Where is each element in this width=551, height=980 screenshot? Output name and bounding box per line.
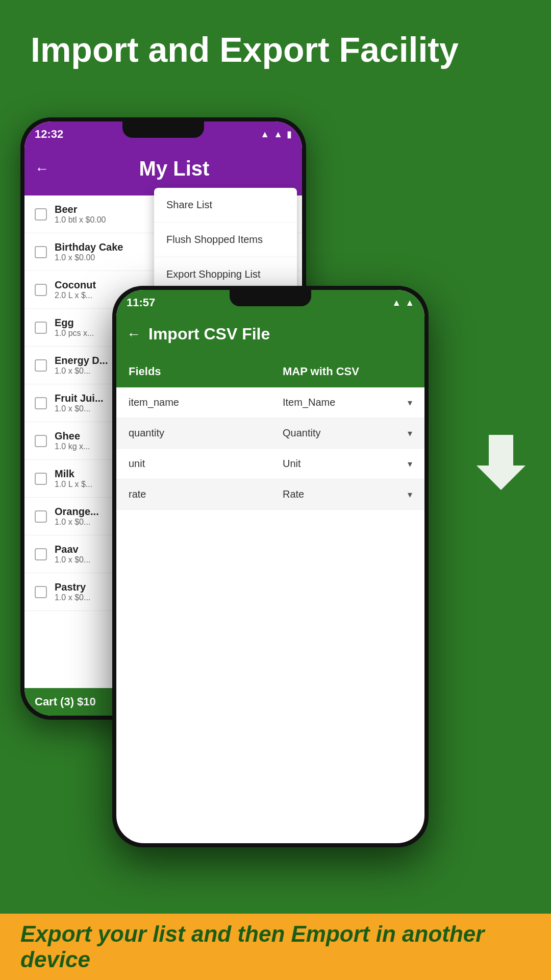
dropdown-share-list[interactable]: Share List [154, 188, 297, 223]
page-background: Import and Export Facility 12:32 ▲ ▲ ▮ ←… [0, 0, 551, 980]
arrow-decoration [464, 429, 525, 490]
csv-row-rate: rate Rate ▾ [116, 479, 424, 510]
dropdown-flush-shopped[interactable]: Flush Shopped Items [154, 223, 297, 257]
csv-row-item-name: item_name Item_Name ▾ [116, 387, 424, 418]
bottom-banner: Export your list and then Emport in anot… [0, 914, 551, 980]
wifi-icon: ▲ [260, 129, 269, 140]
checkbox[interactable] [35, 435, 47, 447]
csv-mapping-value: Quantity [283, 427, 320, 439]
time-back: 12:32 [35, 128, 63, 141]
phone-front: 11:57 ▲ ▲ ← Import CSV File Fields MAP w… [112, 286, 429, 847]
csv-mapping-value: Unit [283, 458, 301, 470]
time-front: 11:57 [127, 296, 155, 309]
csv-table: Fields MAP with CSV item_name Item_Name … [116, 356, 424, 510]
csv-mapping-unit[interactable]: Unit ▾ [270, 449, 424, 479]
dropdown-arrow-icon: ▾ [408, 428, 412, 439]
back-button-back[interactable]: ← [35, 161, 49, 177]
import-title: Import CSV File [148, 325, 270, 344]
checkbox[interactable] [35, 397, 47, 409]
csv-mapping-quantity[interactable]: Quantity ▾ [270, 418, 424, 448]
bottom-banner-text: Export your list and then Emport in anot… [20, 921, 531, 972]
battery-icon: ▮ [287, 129, 292, 140]
signal-icon-front: ▲ [405, 298, 414, 308]
checkbox[interactable] [35, 548, 47, 560]
back-button-front[interactable]: ← [127, 326, 141, 342]
checkbox[interactable] [35, 208, 47, 220]
checkbox[interactable] [35, 322, 47, 334]
csv-header-mapping: MAP with CSV [270, 356, 424, 387]
wifi-icon-front: ▲ [392, 298, 401, 308]
csv-field-item-name: item_name [116, 387, 270, 418]
signal-icon: ▲ [273, 129, 283, 140]
dropdown-arrow-icon: ▾ [408, 458, 412, 470]
checkbox[interactable] [35, 586, 47, 598]
checkbox[interactable] [35, 284, 47, 296]
list-title: My List [57, 157, 292, 180]
csv-row-unit: unit Unit ▾ [116, 449, 424, 479]
import-header: ← Import CSV File [116, 315, 424, 356]
csv-mapping-rate[interactable]: Rate ▾ [270, 479, 424, 509]
status-icons-back: ▲ ▲ ▮ [260, 129, 292, 140]
notch-back [122, 121, 204, 138]
csv-field-rate: rate [116, 479, 270, 509]
checkbox[interactable] [35, 246, 47, 258]
csv-mapping-value: Rate [283, 488, 304, 500]
notch-front [230, 290, 311, 306]
checkbox[interactable] [35, 510, 47, 523]
csv-mapping-value: Item_Name [283, 397, 335, 408]
checkbox[interactable] [35, 359, 47, 372]
cart-text: Cart (3) $10 [35, 695, 96, 708]
csv-mapping-item-name[interactable]: Item_Name ▾ [270, 387, 424, 418]
csv-field-quantity: quantity [116, 418, 270, 448]
csv-table-header: Fields MAP with CSV [116, 356, 424, 387]
status-icons-front: ▲ ▲ [392, 298, 414, 308]
checkbox[interactable] [35, 473, 47, 485]
page-title: Import and Export Facility [0, 0, 551, 84]
svg-marker-0 [477, 435, 525, 490]
dropdown-arrow-icon: ▾ [408, 397, 412, 408]
dropdown-arrow-icon: ▾ [408, 489, 412, 500]
csv-row-quantity: quantity Quantity ▾ [116, 418, 424, 449]
csv-field-unit: unit [116, 449, 270, 479]
csv-header-fields: Fields [116, 356, 270, 387]
